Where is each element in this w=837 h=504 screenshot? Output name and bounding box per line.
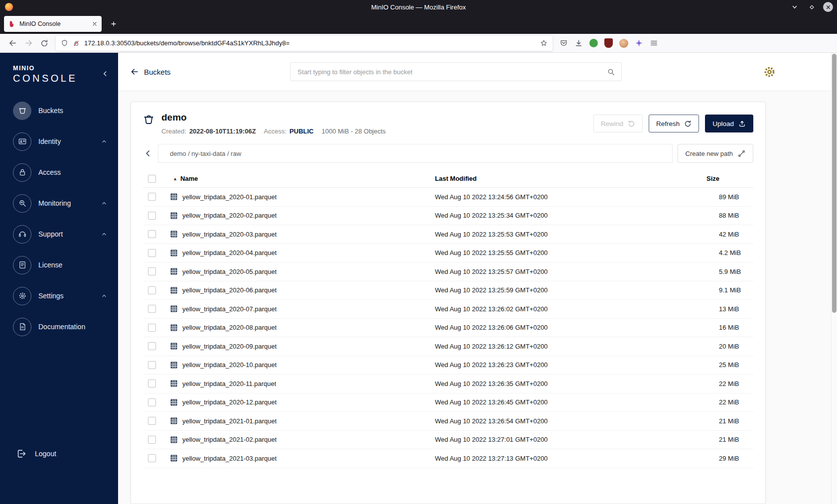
table-row[interactable]: yellow_tripdata_2020-04.parquet Wed Aug …: [143, 244, 753, 263]
new-tab-button[interactable]: [107, 17, 121, 31]
row-checkbox[interactable]: [148, 454, 156, 462]
size-column-header[interactable]: Size: [700, 175, 753, 182]
object-name[interactable]: yellow_tripdata_2020-08.parquet: [182, 324, 277, 331]
row-checkbox[interactable]: [148, 305, 156, 313]
sidebar-collapse-icon[interactable]: [101, 70, 109, 78]
table-row[interactable]: yellow_tripdata_2020-06.parquet Wed Aug …: [143, 281, 753, 300]
insecure-lock-icon[interactable]: [73, 40, 80, 47]
object-name-cell[interactable]: yellow_tripdata_2021-02.parquet: [165, 436, 429, 444]
sort-ascending-icon[interactable]: ▲: [173, 176, 177, 181]
ublock-shield-icon[interactable]: [604, 38, 613, 48]
object-name-cell[interactable]: yellow_tripdata_2020-09.parquet: [165, 342, 429, 350]
pocket-icon[interactable]: [559, 39, 568, 47]
row-checkbox[interactable]: [148, 193, 156, 201]
object-name[interactable]: yellow_tripdata_2020-02.parquet: [182, 212, 277, 219]
sidebar-item-support[interactable]: Support: [0, 219, 118, 250]
table-row[interactable]: yellow_tripdata_2020-08.parquet Wed Aug …: [143, 319, 753, 338]
last-modified-column-header[interactable]: Last Modified: [429, 175, 700, 182]
sidebar-item-documentation[interactable]: Documentation: [0, 311, 118, 342]
table-row[interactable]: yellow_tripdata_2020-11.parquet Wed Aug …: [143, 375, 753, 393]
breadcrumb[interactable]: demo / ny-taxi-data / raw: [158, 144, 673, 163]
object-name-cell[interactable]: yellow_tripdata_2020-03.parquet: [165, 230, 429, 238]
maximize-button[interactable]: [806, 1, 817, 12]
object-name-cell[interactable]: yellow_tripdata_2020-04.parquet: [165, 249, 429, 257]
tab-close-icon[interactable]: [92, 21, 98, 27]
object-name[interactable]: yellow_tripdata_2020-05.parquet: [182, 268, 277, 275]
table-row[interactable]: yellow_tripdata_2021-01.parquet Wed Aug …: [143, 412, 753, 431]
extension-purple-star-icon[interactable]: [635, 39, 643, 47]
table-row[interactable]: yellow_tripdata_2020-10.parquet Wed Aug …: [143, 356, 753, 375]
downloads-icon[interactable]: [574, 39, 583, 47]
extension-green-icon[interactable]: [589, 39, 598, 47]
table-row[interactable]: yellow_tripdata_2020-05.parquet Wed Aug …: [143, 262, 753, 281]
upload-button[interactable]: Upload: [705, 115, 753, 132]
row-checkbox[interactable]: [148, 212, 156, 220]
tracking-shield-icon[interactable]: [61, 39, 68, 47]
object-name[interactable]: yellow_tripdata_2020-10.parquet: [182, 361, 277, 369]
row-checkbox[interactable]: [148, 361, 156, 369]
create-new-path-button[interactable]: Create new path: [678, 144, 753, 163]
back-to-buckets-link[interactable]: Buckets: [130, 67, 170, 76]
sidebar-item-buckets[interactable]: Buckets: [0, 95, 118, 126]
table-row[interactable]: yellow_tripdata_2020-02.parquet Wed Aug …: [143, 207, 753, 226]
table-row[interactable]: yellow_tripdata_2020-12.parquet Wed Aug …: [143, 393, 753, 412]
close-button[interactable]: [823, 2, 833, 12]
sidebar-item-settings[interactable]: Settings: [0, 280, 118, 311]
table-row[interactable]: yellow_tripdata_2021-02.parquet Wed Aug …: [143, 431, 753, 450]
menu-hamburger-icon[interactable]: [650, 39, 658, 47]
object-name-cell[interactable]: yellow_tripdata_2020-12.parquet: [165, 398, 429, 406]
object-name[interactable]: yellow_tripdata_2020-11.parquet: [182, 380, 276, 387]
url-bar[interactable]: 172.18.0.3:30503/buckets/demo/browse/bnk…: [56, 36, 553, 51]
row-checkbox[interactable]: [148, 286, 156, 294]
sidebar-item-identity[interactable]: Identity: [0, 126, 118, 157]
account-avatar-icon[interactable]: [619, 39, 628, 48]
table-row[interactable]: yellow_tripdata_2020-01.parquet Wed Aug …: [143, 188, 753, 207]
refresh-button[interactable]: Refresh: [649, 115, 699, 132]
object-name[interactable]: yellow_tripdata_2020-12.parquet: [182, 398, 277, 406]
object-name-cell[interactable]: yellow_tripdata_2020-01.parquet: [165, 193, 429, 201]
object-name[interactable]: yellow_tripdata_2020-03.parquet: [182, 231, 277, 238]
table-row[interactable]: yellow_tripdata_2020-09.parquet Wed Aug …: [143, 337, 753, 356]
minimize-button[interactable]: [789, 1, 800, 12]
sidebar-item-logout[interactable]: Logout: [0, 442, 118, 465]
object-name[interactable]: yellow_tripdata_2020-07.parquet: [182, 305, 277, 313]
path-back-icon[interactable]: [143, 148, 153, 158]
object-name[interactable]: yellow_tripdata_2020-06.parquet: [182, 286, 277, 294]
back-button[interactable]: [5, 36, 20, 51]
sidebar-item-license[interactable]: License: [0, 250, 118, 280]
object-name[interactable]: yellow_tripdata_2021-03.parquet: [182, 455, 277, 462]
row-checkbox[interactable]: [148, 249, 156, 257]
object-name[interactable]: yellow_tripdata_2021-01.parquet: [182, 417, 277, 425]
object-name[interactable]: yellow_tripdata_2020-04.parquet: [182, 249, 277, 256]
name-column-header[interactable]: ▲ Name: [165, 175, 429, 182]
object-name-cell[interactable]: yellow_tripdata_2020-06.parquet: [165, 286, 429, 294]
reload-button[interactable]: [37, 36, 52, 51]
object-name[interactable]: yellow_tripdata_2021-02.parquet: [182, 436, 277, 443]
object-filter-search[interactable]: [290, 62, 622, 81]
object-name-cell[interactable]: yellow_tripdata_2020-10.parquet: [165, 361, 429, 369]
table-row[interactable]: yellow_tripdata_2021-03.parquet Wed Aug …: [143, 449, 753, 468]
select-all-checkbox[interactable]: [148, 175, 156, 183]
row-checkbox[interactable]: [148, 417, 156, 425]
object-name[interactable]: yellow_tripdata_2020-09.parquet: [182, 343, 277, 350]
table-row[interactable]: yellow_tripdata_2020-03.parquet Wed Aug …: [143, 225, 753, 244]
row-checkbox[interactable]: [148, 436, 156, 444]
forward-button[interactable]: [21, 36, 36, 51]
object-name-cell[interactable]: yellow_tripdata_2020-05.parquet: [165, 267, 429, 275]
row-checkbox[interactable]: [148, 398, 156, 406]
object-name[interactable]: yellow_tripdata_2020-01.parquet: [182, 193, 277, 201]
object-name-cell[interactable]: yellow_tripdata_2020-08.parquet: [165, 324, 429, 332]
url-text[interactable]: 172.18.0.3:30503/buckets/demo/browse/bnk…: [84, 39, 536, 47]
row-checkbox[interactable]: [148, 379, 156, 387]
sidebar-item-access[interactable]: Access: [0, 157, 118, 188]
console-settings-gear-icon[interactable]: [763, 65, 776, 79]
bookmark-star-icon[interactable]: [540, 39, 548, 47]
sidebar-item-monitoring[interactable]: Monitoring: [0, 188, 118, 219]
object-name-cell[interactable]: yellow_tripdata_2020-11.parquet: [165, 379, 429, 387]
table-row[interactable]: yellow_tripdata_2020-07.parquet Wed Aug …: [143, 300, 753, 319]
row-checkbox[interactable]: [148, 230, 156, 238]
search-input[interactable]: [296, 68, 607, 76]
object-name-cell[interactable]: yellow_tripdata_2021-03.parquet: [165, 454, 429, 462]
row-checkbox[interactable]: [148, 267, 156, 275]
object-name-cell[interactable]: yellow_tripdata_2021-01.parquet: [165, 417, 429, 425]
